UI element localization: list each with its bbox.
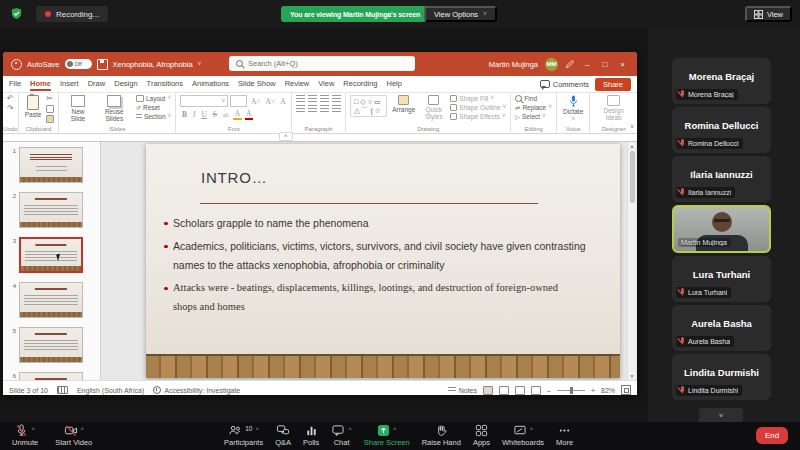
pen-icon[interactable] xyxy=(565,59,575,69)
recording-indicator[interactable]: Recording... xyxy=(36,6,108,22)
polls-button[interactable]: Polls xyxy=(303,424,319,447)
participant-tile[interactable]: Morena Braçaj Morena Braçaj xyxy=(672,58,771,104)
font-color-button[interactable]: A xyxy=(245,109,253,120)
language-indicator[interactable]: English (South Africa) xyxy=(77,387,144,394)
chevron-up-icon[interactable]: ˄ xyxy=(31,426,35,432)
ribbon-tab[interactable]: View xyxy=(318,77,334,91)
zoom-level[interactable]: 82% xyxy=(601,387,615,394)
clear-format-icon[interactable]: A xyxy=(279,97,287,106)
align-left-button[interactable] xyxy=(296,105,305,112)
ribbon-pin-icon[interactable]: ˄ xyxy=(279,132,293,141)
ribbon-collapse-icon[interactable]: ˅ xyxy=(630,123,634,130)
security-shield-icon[interactable] xyxy=(10,7,23,20)
autosave-toggle[interactable]: Off xyxy=(65,59,92,69)
slide-thumbnail-row[interactable]: 5 xyxy=(3,327,100,363)
restore-button[interactable]: □ xyxy=(599,60,610,69)
chat-button[interactable]: ˄ Chat xyxy=(331,424,352,447)
slide-bullets[interactable]: Scholars grapple to name the phenomena A… xyxy=(163,214,605,321)
bold-button[interactable]: B xyxy=(180,110,188,119)
vertical-scrollbar[interactable]: ▲ ▼ xyxy=(627,142,636,380)
indent-increase-icon[interactable] xyxy=(332,95,341,102)
participants-button[interactable]: 10 ˄ Participants xyxy=(224,424,263,447)
layout-button[interactable]: Layout˅ xyxy=(136,95,171,102)
ribbon-tab[interactable]: Design xyxy=(114,77,137,91)
comments-button[interactable]: Comments xyxy=(540,80,589,89)
raise-hand-button[interactable]: Raise Hand xyxy=(422,424,461,447)
ribbon-tab[interactable]: Draw xyxy=(88,77,106,91)
format-painter-icon[interactable] xyxy=(46,115,54,123)
normal-view-icon[interactable] xyxy=(483,386,493,395)
section-button[interactable]: Section˅ xyxy=(136,113,171,120)
share-screen-button[interactable]: ˄ Share Screen xyxy=(364,424,410,447)
undo-icon[interactable]: ↶ xyxy=(7,95,14,103)
fit-to-window-icon[interactable] xyxy=(621,385,631,395)
font-name-box[interactable]: ˅ xyxy=(180,95,228,107)
close-button[interactable]: × xyxy=(617,60,628,69)
shape-effects-button[interactable]: Shape Effects˅ xyxy=(450,113,506,120)
reset-button[interactable]: ↺Reset xyxy=(136,104,171,111)
slide-thumbnail-row[interactable]: 6 xyxy=(3,372,100,380)
slide-thumbnail[interactable] xyxy=(19,192,83,228)
grow-font-icon[interactable]: A˄ xyxy=(249,97,262,106)
shape-fill-button[interactable]: Shape Fill˅ xyxy=(450,95,506,102)
ribbon-tab[interactable]: Transitions xyxy=(147,77,183,91)
replace-button[interactable]: ⇄Replace˅ xyxy=(515,104,552,111)
chevron-up-icon[interactable]: ˄ xyxy=(393,426,397,432)
slide-thumbnail-row[interactable]: 2 xyxy=(3,192,100,228)
font-size-box[interactable] xyxy=(230,95,247,107)
redo-icon[interactable]: ↷ xyxy=(7,105,14,113)
slide-thumbnail[interactable] xyxy=(19,147,83,183)
bullets-button[interactable] xyxy=(296,95,305,102)
avatar[interactable]: MM xyxy=(545,58,558,71)
find-button[interactable]: Find xyxy=(515,95,552,102)
search-box[interactable]: Search (Alt+Q) xyxy=(229,56,415,71)
reuse-slides-button[interactable]: Reuse Slides xyxy=(96,95,133,122)
participant-tile[interactable]: Aurela Basha Aurela Basha xyxy=(672,305,771,351)
chevron-up-icon[interactable]: ˄ xyxy=(348,426,352,432)
more-participants-button[interactable]: ˅ xyxy=(699,408,743,423)
view-button[interactable]: View xyxy=(745,6,792,22)
ribbon-tab[interactable]: Recording xyxy=(343,77,377,91)
indent-decrease-icon[interactable] xyxy=(320,95,329,102)
participant-tile[interactable]: Lura Turhani Lura Turhani xyxy=(672,256,771,302)
whiteboards-button[interactable]: ˄ Whiteboards xyxy=(502,424,544,447)
zoom-out-button[interactable]: – xyxy=(547,387,551,394)
quick-styles-button[interactable]: Quick Styles xyxy=(420,95,447,120)
highlight-color-button[interactable]: A xyxy=(233,109,241,120)
start-video-button[interactable]: ˄ Start Video xyxy=(55,424,92,447)
slide-thumbnail-row[interactable]: 3 xyxy=(3,237,100,273)
unmute-button[interactable]: ˄ Unmute xyxy=(12,424,38,447)
qa-button[interactable]: Q&A xyxy=(275,424,291,447)
select-button[interactable]: ▷Select˅ xyxy=(515,113,552,120)
apps-button[interactable]: Apps xyxy=(473,424,490,447)
view-options-button[interactable]: View Options ˅ xyxy=(424,6,497,22)
character-spacing-icon[interactable]: ab xyxy=(222,112,231,118)
ribbon-tab[interactable]: Insert xyxy=(60,77,79,91)
slide-title[interactable]: INTRO… xyxy=(201,169,267,186)
copy-icon[interactable] xyxy=(46,105,54,113)
more-button[interactable]: More xyxy=(556,424,573,447)
numbering-button[interactable] xyxy=(308,95,317,102)
zoom-slider[interactable] xyxy=(557,390,585,391)
shrink-font-icon[interactable]: A˅ xyxy=(264,97,277,106)
chevron-down-icon[interactable]: ˅ xyxy=(198,61,202,68)
share-button[interactable]: Share xyxy=(595,78,631,91)
slide-thumbnail[interactable] xyxy=(19,282,83,318)
ribbon-tab[interactable]: Help xyxy=(387,77,402,91)
minimize-button[interactable]: – xyxy=(582,60,592,69)
slide-sorter-view-icon[interactable] xyxy=(499,386,509,395)
align-center-button[interactable] xyxy=(308,105,317,112)
cut-icon[interactable]: ✂ xyxy=(46,95,54,103)
new-slide-button[interactable]: New Slide xyxy=(63,95,92,122)
chevron-up-icon[interactable]: ˄ xyxy=(81,426,85,432)
participant-tile[interactable]: Lindita Durmishi Lindita Durmishi xyxy=(672,354,771,400)
slide-thumbnail-row[interactable]: 4 xyxy=(3,282,100,318)
strikethrough-button[interactable]: S xyxy=(211,110,218,119)
ribbon-tab[interactable]: File xyxy=(9,77,21,91)
ribbon-tab[interactable]: Animations xyxy=(192,77,229,91)
file-name[interactable]: Xenophobia, Afrophobia xyxy=(113,60,193,69)
scroll-down-icon[interactable]: ▼ xyxy=(630,373,635,379)
dictate-button[interactable]: Dictate ˅ xyxy=(561,95,585,123)
slide-thumbnail[interactable] xyxy=(19,327,83,363)
zoom-in-button[interactable]: + xyxy=(591,387,595,394)
